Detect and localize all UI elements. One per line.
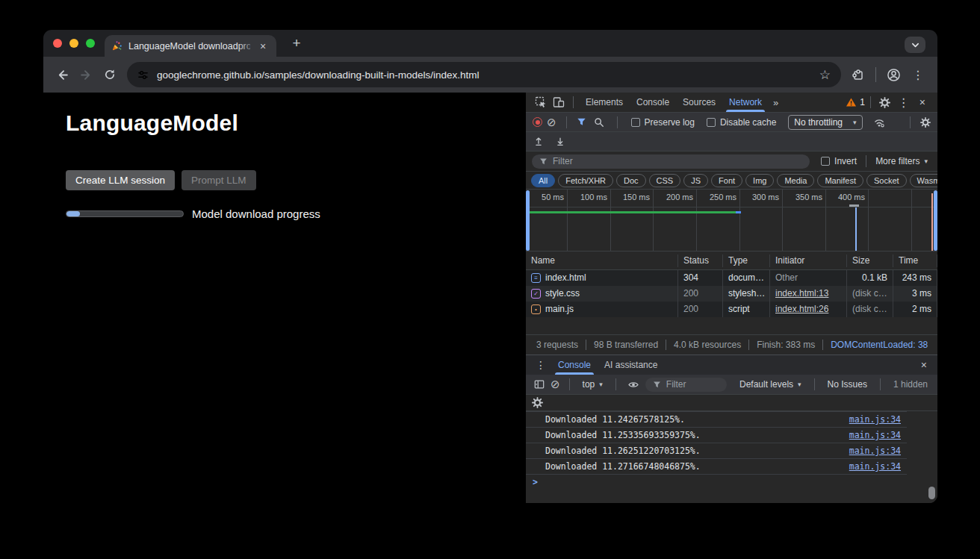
col-status[interactable]: Status — [678, 254, 723, 267]
invert-checkbox[interactable]: Invert — [821, 156, 857, 166]
model-download-progress-bar — [66, 210, 184, 217]
chip-socket[interactable]: Socket — [866, 174, 907, 187]
import-har-button[interactable] — [533, 137, 544, 147]
clear-console-icon[interactable]: ⊘ — [551, 378, 560, 391]
overview-left-grip[interactable] — [526, 190, 530, 251]
ruler-line — [526, 207, 937, 207]
source-link[interactable]: main.js:34 — [849, 430, 907, 440]
close-window-button[interactable] — [53, 39, 62, 48]
tab-search-button[interactable] — [905, 37, 925, 53]
tab-console[interactable]: Console — [630, 93, 676, 112]
chip-doc[interactable]: Doc — [616, 174, 646, 187]
console-message[interactable]: Downloaded 11.25335693359375%. main.js:3… — [526, 427, 907, 443]
source-link[interactable]: main.js:34 — [849, 414, 907, 425]
window-controls — [43, 39, 95, 48]
network-filter-input[interactable]: Filter — [532, 154, 810, 169]
network-timeline-overview[interactable]: 50 ms 100 ms 150 ms 200 ms 250 ms 300 ms… — [526, 190, 937, 252]
extensions-button[interactable] — [847, 63, 869, 86]
site-settings-icon — [137, 69, 149, 81]
drawer-menu-button[interactable]: ⋮ — [530, 359, 551, 371]
table-row[interactable]: •main.js 200 script index.html:26 (disk … — [526, 302, 937, 317]
network-settings-button[interactable] — [920, 117, 931, 128]
tab-elements[interactable]: Elements — [579, 93, 630, 112]
network-search-button[interactable] — [591, 117, 607, 128]
record-button[interactable] — [533, 117, 542, 127]
caret-down-icon: ▾ — [798, 381, 801, 388]
script-file-icon: • — [531, 305, 541, 314]
table-row[interactable]: ✓style.css 200 stylesh… index.html:13 (d… — [526, 286, 937, 302]
browser-menu-button[interactable]: ⋮ — [906, 68, 930, 82]
chip-js[interactable]: JS — [683, 174, 708, 187]
col-name[interactable]: Name — [526, 254, 678, 267]
tab-network[interactable]: Network — [722, 93, 769, 112]
chip-img[interactable]: Img — [745, 174, 774, 187]
devtools-close-icon[interactable]: × — [914, 96, 931, 108]
source-link[interactable]: main.js:34 — [849, 446, 907, 456]
col-initiator[interactable]: Initiator — [770, 254, 847, 267]
chip-media[interactable]: Media — [777, 174, 814, 187]
col-type[interactable]: Type — [723, 254, 770, 267]
col-size[interactable]: Size — [847, 254, 893, 267]
chip-all[interactable]: All — [531, 174, 555, 187]
drawer-close-icon[interactable]: × — [915, 359, 933, 371]
chip-css[interactable]: CSS — [649, 174, 681, 187]
console-scrollbar-thumb[interactable] — [928, 487, 935, 499]
browser-tab[interactable]: LanguageModel downloadpro × — [105, 35, 276, 57]
maximize-window-button[interactable] — [86, 39, 95, 48]
navigation-toolbar: googlechrome.github.io/samples/downloadi… — [43, 57, 937, 93]
live-expression-button[interactable] — [625, 380, 642, 390]
tab-sources[interactable]: Sources — [676, 93, 722, 112]
console-filter-input[interactable]: Filter — [645, 378, 727, 392]
chip-wasm[interactable]: Wasm — [910, 174, 937, 187]
context-selector[interactable]: top▾ — [583, 379, 603, 390]
export-har-button[interactable] — [555, 137, 565, 147]
create-llm-session-button[interactable]: Create LLM session — [66, 170, 175, 190]
new-tab-button[interactable]: + — [287, 35, 306, 51]
minimize-window-button[interactable] — [69, 39, 78, 48]
issues-warning[interactable]: 1 — [846, 97, 865, 107]
network-conditions-button[interactable] — [871, 117, 887, 128]
console-prompt[interactable]: > — [526, 474, 907, 489]
filter-toggle-button[interactable] — [577, 117, 586, 127]
clear-network-log-icon[interactable]: ⊘ — [547, 116, 556, 129]
console-message[interactable]: Downloaded 11.27166748046875%. main.js:3… — [526, 458, 907, 474]
console-sidebar-button[interactable] — [532, 379, 547, 390]
gridline — [868, 190, 869, 251]
drawer-tab-console[interactable]: Console — [551, 355, 598, 375]
chip-font[interactable]: Font — [711, 174, 742, 187]
preserve-log-checkbox[interactable]: Preserve log — [631, 117, 695, 128]
timeline-tick: 300 ms — [733, 193, 779, 202]
initiator-link[interactable]: index.html:13 — [770, 286, 847, 302]
tab-close-icon[interactable]: × — [256, 40, 270, 53]
console-message[interactable]: Downloaded 11.24267578125%. main.js:34 — [526, 411, 907, 427]
url-bar[interactable]: googlechrome.github.io/samples/downloadi… — [127, 62, 841, 87]
drawer-tab-ai-assistance[interactable]: AI assistance — [598, 355, 664, 375]
initiator-link[interactable]: index.html:26 — [770, 302, 847, 317]
col-time[interactable]: Time — [893, 254, 937, 267]
throttling-select[interactable]: No throttling▾ — [788, 115, 862, 130]
device-toolbar-button[interactable] — [550, 96, 568, 108]
more-filters-button[interactable]: More filters▾ — [875, 156, 928, 166]
profile-button[interactable] — [882, 63, 905, 86]
log-levels-select[interactable]: Default levels▾ — [739, 379, 801, 390]
inspect-element-button[interactable] — [532, 96, 550, 108]
chip-fetch-xhr[interactable]: Fetch/XHR — [558, 174, 613, 187]
bookmark-star-icon[interactable]: ☆ — [815, 67, 835, 83]
back-button[interactable] — [51, 63, 73, 86]
forward-button[interactable] — [75, 63, 97, 86]
download-icon — [555, 137, 565, 147]
gridline — [911, 190, 912, 251]
disable-cache-checkbox[interactable]: Disable cache — [707, 117, 776, 128]
console-settings-button[interactable] — [532, 397, 543, 408]
overview-right-grip[interactable] — [934, 190, 937, 251]
more-tabs-button[interactable]: » — [769, 97, 783, 108]
warning-count: 1 — [860, 97, 865, 107]
console-message[interactable]: Downloaded 11.26251220703125%. main.js:3… — [526, 443, 907, 458]
source-link[interactable]: main.js:34 — [849, 461, 907, 472]
devtools-settings-button[interactable] — [876, 97, 894, 108]
issues-counter[interactable]: No Issues — [828, 379, 867, 390]
reload-button[interactable] — [99, 63, 121, 86]
chip-manifest[interactable]: Manifest — [817, 174, 863, 187]
devtools-menu-button[interactable]: ⋮ — [894, 96, 914, 110]
table-row[interactable]: ≡index.html 304 docum… Other 0.1 kB 243 … — [526, 270, 937, 286]
